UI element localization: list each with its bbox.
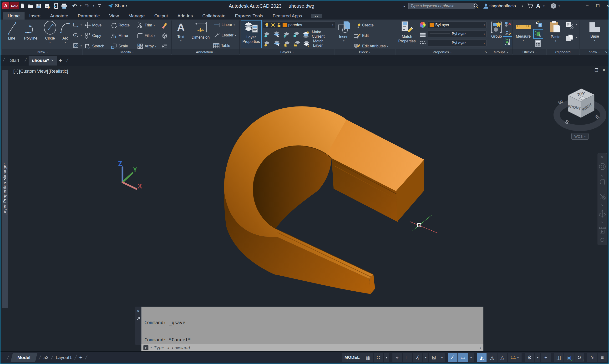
osnap-tracking-dropdown[interactable]: ▾ — [439, 353, 445, 362]
fillet-dropdown[interactable]: ▾ — [154, 35, 155, 37]
maximize-button[interactable]: □ — [594, 2, 602, 10]
tab-insert[interactable]: Insert — [25, 13, 46, 20]
viewport-close-button[interactable]: × — [603, 68, 605, 73]
command-window-grip[interactable]: × — [135, 307, 141, 345]
text-tool[interactable]: A Text ▾ — [173, 21, 188, 42]
zoom-icon[interactable] — [600, 194, 605, 199]
plot-button[interactable] — [61, 2, 68, 10]
share-button[interactable] — [107, 2, 114, 10]
base-dropdown[interactable]: ▾ — [594, 39, 595, 42]
panel-title-layers[interactable]: Layers▾ — [240, 49, 334, 55]
layer-properties-button[interactable]: LayerProperties — [241, 21, 261, 48]
showmotion-icon[interactable] — [599, 227, 601, 229]
drawing-canvas[interactable]: Z Y X [−] [Custom View] [Realistic] − ❐ … — [0, 66, 609, 352]
panel-title-utilities[interactable]: Utilities▾ — [513, 49, 546, 55]
cut-tool[interactable]: ▾ — [565, 21, 575, 29]
array-tool[interactable]: Array ▾ — [137, 42, 156, 50]
group-tool[interactable]: Group — [490, 21, 503, 39]
linetype-combo[interactable]: ByLayer ▾ — [428, 39, 487, 46]
insert-block-tool[interactable]: Insert ▾ — [336, 21, 352, 42]
explode-tool[interactable] — [161, 32, 168, 39]
fillet-tool[interactable]: Fillet ▾ — [137, 32, 155, 39]
ellipse-tool[interactable]: ▾ — [73, 31, 82, 39]
tab-express-tools[interactable]: Express Tools — [230, 13, 268, 20]
navbar-close-icon[interactable] — [601, 156, 603, 158]
arc-dropdown[interactable]: ▾ — [65, 41, 66, 44]
search-icon[interactable] — [473, 2, 479, 10]
isolate-objects-toggle[interactable]: ◫ — [554, 353, 563, 362]
properties-launcher[interactable]: ↘ — [485, 50, 487, 54]
arc-tool[interactable]: Arc ▾ — [59, 21, 71, 44]
paste-tool[interactable]: Paste ▾ — [548, 21, 563, 42]
layer-isolate-icon[interactable] — [273, 31, 280, 38]
undo-button[interactable]: ↶ — [71, 2, 78, 10]
layer-combo-dropdown[interactable]: ▾ — [332, 24, 333, 26]
orbit-dropdown[interactable] — [601, 222, 603, 223]
open-file-button[interactable] — [27, 2, 34, 10]
base-tool[interactable]: Base ▾ — [586, 21, 604, 42]
make-current-icon[interactable] — [302, 31, 309, 38]
clean-screen-toggle[interactable]: ⇲ — [587, 353, 597, 362]
wcs-button[interactable]: WCS▾ — [571, 133, 588, 140]
cart-icon[interactable] — [527, 2, 533, 10]
recent-commands-dropdown[interactable]: ▾ — [150, 346, 152, 349]
share-label[interactable]: Share — [115, 3, 127, 8]
tab-home[interactable]: Home — [3, 13, 25, 20]
object-snap-dropdown[interactable]: ▾ — [468, 353, 474, 362]
ribbon-collapse-button[interactable]: ▴▾ — [311, 14, 322, 18]
minimize-button[interactable]: − — [583, 2, 591, 10]
help-dropdown[interactable]: ▾ — [558, 2, 560, 10]
steering-wheel-icon[interactable] — [599, 163, 605, 169]
leader-dropdown[interactable]: ▾ — [235, 34, 236, 37]
calculator-tool[interactable] — [535, 39, 542, 49]
offset-tool[interactable] — [161, 42, 168, 50]
viewport-restore-button[interactable]: ❐ — [595, 68, 598, 73]
edit-block-tool[interactable]: Edit — [354, 32, 369, 39]
command-history[interactable]: Command: _qsave Command: *Cancel* Comman… — [141, 307, 483, 344]
object-color-combo[interactable]: ByLayer ▾ — [428, 21, 487, 28]
save-as-button[interactable] — [44, 2, 51, 10]
hatch-tool[interactable]: ▾ — [73, 42, 82, 50]
user-dropdown[interactable]: ▾ — [522, 2, 523, 10]
panel-title-annotation[interactable]: Annotation▾ — [172, 49, 239, 55]
command-expand-icon[interactable]: ▴ — [479, 346, 481, 350]
tab-annotate[interactable]: Annotate — [45, 13, 73, 20]
new-file-button[interactable] — [19, 2, 26, 10]
open-from-mobile-button[interactable] — [52, 2, 60, 10]
mirror-tool[interactable]: Mirror — [111, 32, 129, 39]
polyline-tool[interactable]: Polyline — [21, 21, 41, 40]
tab-collaborate[interactable]: Collaborate — [197, 13, 230, 20]
move-tool[interactable]: Move — [85, 21, 102, 29]
panel-title-properties[interactable]: Properties▾ ↘ — [396, 49, 489, 55]
customization-menu[interactable]: ≡ — [597, 353, 607, 362]
autodesk-app-icon[interactable]: A — [536, 2, 540, 10]
close-button[interactable]: × — [604, 2, 609, 10]
rectangle-tool[interactable]: ▾ — [73, 21, 82, 29]
linear-dropdown[interactable]: ▾ — [233, 24, 235, 26]
polar-tracking-toggle[interactable]: ∡ — [413, 353, 422, 362]
layer-thaw-all-icon[interactable] — [283, 40, 290, 47]
tab-view[interactable]: View — [104, 13, 124, 20]
graphics-performance-toggle[interactable]: ▣✓ — [564, 353, 574, 362]
scale-tool[interactable]: Scale — [111, 42, 128, 50]
search-expander[interactable]: ▸ — [404, 2, 405, 10]
layout-tab-layout1[interactable]: Layout1 — [56, 355, 72, 360]
viewport-minimize-button[interactable]: − — [588, 68, 590, 73]
snap-toggle[interactable]: ∷ — [374, 353, 383, 362]
match-properties-tool[interactable]: MatchProperties — [396, 21, 417, 43]
match-layer-label[interactable]: Match Layer — [313, 39, 334, 48]
linear-tool[interactable]: Linear ▾ — [213, 21, 235, 29]
save-button[interactable] — [35, 2, 42, 10]
command-wrench-icon[interactable] — [136, 317, 140, 321]
user-avatar-icon[interactable] — [483, 2, 489, 10]
autocad-logo-cad-icon[interactable]: CAD — [10, 2, 19, 9]
annotation-scale-value[interactable]: 1:1▾ — [508, 353, 521, 362]
ungroup-tool[interactable] — [504, 21, 511, 28]
panel-title-modify[interactable]: Modify▾ — [83, 49, 171, 55]
grid-toggle[interactable]: ▦ — [363, 353, 373, 362]
annotation-autoscale-toggle[interactable]: ◬ — [487, 353, 497, 362]
layer-properties-palette-tab[interactable]: Layer Properties Manager — [2, 70, 8, 308]
quick-select-tool[interactable] — [534, 21, 542, 29]
text-dropdown[interactable]: ▾ — [180, 39, 181, 42]
panel-title-view[interactable]: View▾ ↘ — [580, 49, 609, 55]
